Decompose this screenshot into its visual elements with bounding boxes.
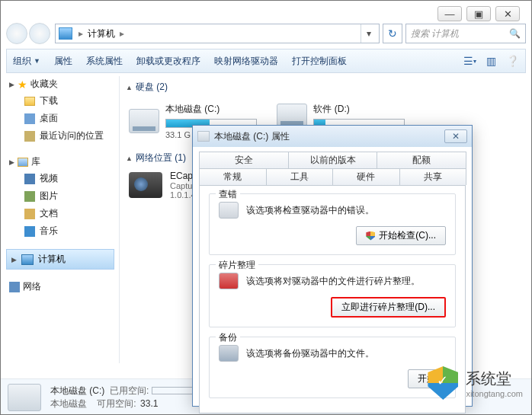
back-button[interactable] bbox=[6, 23, 27, 44]
document-icon bbox=[24, 209, 35, 219]
folder-icon bbox=[24, 97, 35, 106]
group-backup: 备份 该选项将备份驱动器中的文件。 开始 bbox=[209, 337, 456, 398]
drive-icon bbox=[197, 131, 210, 142]
tab-previous-versions[interactable]: 以前的版本 bbox=[288, 152, 378, 168]
sidebar-pictures[interactable]: 图片 bbox=[6, 187, 114, 205]
sidebar-music[interactable]: 音乐 bbox=[6, 222, 114, 240]
dialog-panel: 查错 该选项将检查驱动器中的错误。 开始检查(C)... 碎片整理 该选项将对驱… bbox=[199, 185, 466, 413]
used-bar bbox=[152, 387, 197, 394]
properties-dialog: 本地磁盘 (C:) 属性 ✕ 安全 以前的版本 配额 常规 工具 硬件 共享 查… bbox=[192, 125, 473, 407]
defrag-desc: 该选项将对驱动器中的文件进行碎片整理。 bbox=[246, 275, 420, 288]
dialog-tabs-row2: 常规 工具 硬件 共享 bbox=[199, 168, 466, 185]
avail-value: 33.1 bbox=[140, 398, 158, 409]
watermark-url: xitongtang.com bbox=[466, 389, 523, 398]
sidebar: ▶★收藏夹 下载 桌面 最近访问的位置 ▶库 视频 图片 文档 音乐 ▶计算机 … bbox=[6, 76, 114, 363]
dialog-title-bar[interactable]: 本地磁盘 (C:) 属性 ✕ bbox=[193, 126, 472, 147]
library-icon bbox=[18, 158, 28, 167]
dialog-tabs-row1: 安全 以前的版本 配额 bbox=[199, 152, 466, 168]
toolbar-uninstall[interactable]: 卸载或更改程序 bbox=[136, 55, 200, 68]
watermark: 系统堂 xitongtang.com bbox=[428, 366, 523, 400]
tab-security[interactable]: 安全 bbox=[199, 152, 289, 168]
music-icon bbox=[24, 226, 35, 237]
drive-icon bbox=[277, 104, 307, 128]
video-icon bbox=[24, 174, 35, 184]
sidebar-videos[interactable]: 视频 bbox=[6, 170, 114, 187]
sidebar-downloads[interactable]: 下载 bbox=[6, 92, 114, 110]
drive-name: 软件 (D:) bbox=[313, 103, 405, 116]
toolbar: 组织▼ 属性 系统属性 卸载或更改程序 映射网络驱动器 打开控制面板 ☰▾ ▥ … bbox=[6, 49, 526, 73]
dialog-title: 本地磁盘 (C:) 属性 bbox=[214, 130, 290, 143]
search-icon: 🔍 bbox=[509, 28, 521, 39]
chevron-down-icon: ▼ bbox=[34, 57, 40, 65]
toolbar-sys-properties[interactable]: 系统属性 bbox=[86, 55, 123, 68]
section-hard-disks[interactable]: ▲硬盘 (2) bbox=[126, 81, 526, 94]
desktop-icon bbox=[24, 113, 35, 124]
chevron-down-icon: ▶ bbox=[9, 158, 14, 166]
status-drive-type: 本地磁盘 bbox=[50, 398, 87, 409]
tab-tools[interactable]: 工具 bbox=[266, 168, 334, 185]
chevron-down-icon: ▶ bbox=[9, 81, 14, 88]
backup-icon bbox=[219, 345, 239, 362]
preview-pane-icon[interactable]: ▥ bbox=[484, 54, 498, 68]
help-icon[interactable]: ❔ bbox=[505, 54, 519, 68]
sidebar-favorites[interactable]: ▶★收藏夹 bbox=[6, 76, 114, 92]
view-mode-icon[interactable]: ☰▾ bbox=[463, 54, 476, 68]
defrag-button[interactable]: 立即进行碎片整理(D)... bbox=[331, 297, 446, 318]
tab-sharing[interactable]: 共享 bbox=[399, 168, 467, 185]
check-disk-icon bbox=[219, 202, 239, 219]
minimize-button[interactable]: — bbox=[437, 6, 462, 21]
sidebar-library[interactable]: ▶库 bbox=[6, 154, 114, 170]
star-icon: ★ bbox=[18, 78, 27, 91]
used-label: 已用空间: bbox=[110, 385, 149, 396]
drive-name: 本地磁盘 (C:) bbox=[165, 103, 257, 116]
close-button[interactable]: ✕ bbox=[495, 6, 520, 21]
shield-icon bbox=[366, 231, 375, 241]
recent-icon bbox=[24, 131, 35, 142]
tab-hardware[interactable]: 硬件 bbox=[332, 168, 400, 185]
forward-button[interactable] bbox=[29, 23, 50, 44]
check-button[interactable]: 开始检查(C)... bbox=[356, 226, 446, 245]
sidebar-recent[interactable]: 最近访问的位置 bbox=[6, 127, 114, 145]
defrag-icon bbox=[219, 273, 239, 289]
check-desc: 该选项将检查驱动器中的错误。 bbox=[246, 204, 374, 217]
breadcrumb-computer[interactable]: 计算机 bbox=[85, 27, 118, 40]
tab-general[interactable]: 常规 bbox=[199, 168, 267, 185]
address-bar[interactable]: ▸ 计算机 ▸ ▾ bbox=[55, 24, 380, 43]
group-defrag: 碎片整理 该选项将对驱动器中的文件进行碎片整理。 立即进行碎片整理(D)... bbox=[209, 264, 456, 327]
chevron-right-icon: ▶ bbox=[11, 256, 17, 263]
refresh-button[interactable]: ↻ bbox=[383, 24, 402, 43]
group-legend: 查错 bbox=[216, 188, 240, 201]
search-input[interactable]: 搜索 计算机 🔍 bbox=[405, 24, 526, 43]
camera-icon bbox=[129, 172, 162, 198]
group-error-check: 查错 该选项将检查驱动器中的错误。 开始检查(C)... bbox=[209, 193, 456, 255]
drive-icon bbox=[129, 109, 159, 133]
sidebar-desktop[interactable]: 桌面 bbox=[6, 110, 114, 127]
dialog-close-button[interactable]: ✕ bbox=[444, 129, 467, 143]
group-legend: 备份 bbox=[216, 331, 240, 344]
toolbar-map-drive[interactable]: 映射网络驱动器 bbox=[214, 55, 278, 68]
computer-icon bbox=[21, 254, 34, 265]
group-legend: 碎片整理 bbox=[216, 259, 258, 272]
toolbar-control-panel[interactable]: 打开控制面板 bbox=[292, 55, 347, 68]
network-icon bbox=[9, 282, 20, 292]
toolbar-properties[interactable]: 属性 bbox=[54, 55, 72, 68]
computer-icon bbox=[59, 27, 72, 40]
watermark-name: 系统堂 bbox=[466, 369, 523, 389]
drive-icon bbox=[8, 384, 41, 411]
sidebar-computer[interactable]: ▶计算机 bbox=[6, 249, 114, 270]
sidebar-network[interactable]: 网络 bbox=[6, 279, 114, 295]
chevron-right-icon: ▸ bbox=[118, 28, 126, 39]
address-dropdown[interactable]: ▾ bbox=[361, 24, 376, 43]
chevron-right-icon: ▸ bbox=[77, 28, 85, 39]
nav-row: ▸ 计算机 ▸ ▾ ↻ 搜索 计算机 🔍 bbox=[6, 21, 526, 46]
picture-icon bbox=[24, 191, 35, 202]
status-drive-name: 本地磁盘 (C:) bbox=[50, 385, 104, 396]
toolbar-organize[interactable]: 组织▼ bbox=[13, 55, 40, 68]
watermark-shield-icon bbox=[428, 366, 458, 400]
tab-quota[interactable]: 配额 bbox=[377, 152, 466, 168]
search-placeholder: 搜索 计算机 bbox=[411, 27, 459, 40]
backup-desc: 该选项将备份驱动器中的文件。 bbox=[246, 347, 374, 360]
maximize-button[interactable]: ▣ bbox=[466, 6, 491, 21]
sidebar-documents[interactable]: 文档 bbox=[6, 205, 114, 222]
avail-label: 可用空间: bbox=[97, 398, 136, 409]
